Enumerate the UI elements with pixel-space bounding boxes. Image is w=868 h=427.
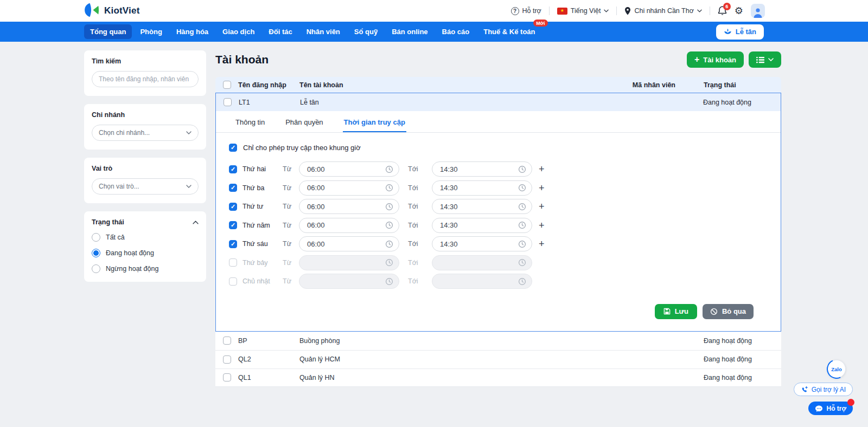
status-option-label: Ngừng hoạt động xyxy=(106,265,158,273)
table-header-row: Tên đăng nhập Tên tài khoản Mã nhân viên… xyxy=(215,77,781,93)
time-from-input[interactable] xyxy=(299,180,399,196)
time-from-input[interactable] xyxy=(299,218,399,233)
table-row[interactable]: BP Buồng phòng Đang hoạt động xyxy=(215,332,781,350)
row-checkbox[interactable] xyxy=(223,355,231,364)
time-from-field[interactable] xyxy=(307,221,372,229)
chat-bubble-icon xyxy=(815,405,823,412)
row-username: LT1 xyxy=(239,99,300,106)
zalo-widget[interactable]: Zalo xyxy=(827,360,846,378)
clock-icon xyxy=(385,277,393,286)
kiotviet-logo[interactable]: KiotViet xyxy=(84,3,140,20)
nav-item-phong[interactable]: Phòng xyxy=(134,24,168,39)
time-to-input xyxy=(432,274,532,289)
from-label: Từ xyxy=(283,240,299,248)
time-from-field[interactable] xyxy=(307,184,372,192)
nav-item-nhan-vien[interactable]: Nhân viên xyxy=(301,24,346,39)
branch-select[interactable]: Chọn chi nhánh... xyxy=(92,125,199,141)
status-option-inactive[interactable]: Ngừng hoạt động xyxy=(92,264,199,273)
support-chat-button[interactable]: Hỗ trợ xyxy=(808,402,853,415)
tab-thoi-gian-truy-cap[interactable]: Thời gian truy cập xyxy=(343,111,406,132)
status-option-all[interactable]: Tất cả xyxy=(92,233,199,242)
add-timeframe-icon[interactable]: + xyxy=(539,183,546,193)
row-checkbox[interactable] xyxy=(223,337,231,345)
day-label: Thứ bảy xyxy=(242,259,277,267)
time-to-input[interactable] xyxy=(432,236,532,251)
table-row[interactable]: LT1 Lễ tân Đang hoạt động xyxy=(216,93,781,111)
add-timeframe-icon[interactable]: + xyxy=(539,164,546,174)
day-label: Thứ tư xyxy=(242,203,277,210)
row-checkbox[interactable] xyxy=(223,373,231,381)
clock-icon xyxy=(518,203,526,211)
day-checkbox[interactable]: ✓ xyxy=(229,165,237,173)
status-option-active[interactable]: Đang hoạt động xyxy=(92,249,199,257)
main-header: Tài khoản + Tài khoản xyxy=(215,51,781,68)
time-from-input[interactable] xyxy=(299,236,399,251)
nav-item-giao-dich[interactable]: Giao dịch xyxy=(216,24,260,39)
add-timeframe-icon[interactable]: + xyxy=(539,239,546,249)
table-row[interactable]: QL2 Quản lý HCM Đang hoạt động xyxy=(215,350,781,368)
restrict-checkbox[interactable]: ✓ xyxy=(229,144,237,152)
status-option-label: Đang hoạt động xyxy=(106,249,154,257)
help-link[interactable]: ? Hỗ trợ xyxy=(511,7,541,15)
day-checkbox[interactable]: ✓ xyxy=(229,184,237,192)
day-checkbox[interactable]: ✓ xyxy=(229,240,237,248)
time-from-field[interactable] xyxy=(307,203,372,211)
row-checkbox[interactable] xyxy=(224,98,232,106)
from-label: Từ xyxy=(283,277,299,285)
time-from-input xyxy=(299,274,399,289)
tab-phan-quyen[interactable]: Phân quyền xyxy=(284,111,324,132)
nav-item-bao-cao[interactable]: Báo cáo xyxy=(436,24,476,39)
time-to-input[interactable] xyxy=(432,180,532,196)
time-to-field[interactable] xyxy=(440,203,505,211)
select-all-checkbox[interactable] xyxy=(223,81,231,89)
day-checkbox[interactable] xyxy=(229,258,237,267)
day-checkbox[interactable] xyxy=(229,277,237,286)
chevron-up-icon[interactable] xyxy=(193,221,199,224)
nav-item-ban-online[interactable]: Bán online xyxy=(386,24,433,39)
add-timeframe-icon[interactable]: + xyxy=(539,221,546,230)
nav-item-so-quy[interactable]: Sổ quỹ xyxy=(348,24,384,39)
time-to-input[interactable] xyxy=(432,218,532,233)
list-options-button[interactable] xyxy=(749,51,781,68)
nav-item-doi-tac[interactable]: Đối tác xyxy=(263,24,298,39)
time-from-field[interactable] xyxy=(307,165,372,173)
add-timeframe-icon[interactable]: + xyxy=(539,202,546,211)
time-from-input[interactable] xyxy=(299,161,399,177)
time-to-field[interactable] xyxy=(440,184,505,192)
user-avatar[interactable] xyxy=(751,4,765,18)
branch-selector[interactable]: Chi nhánh Cần Thơ xyxy=(624,7,701,15)
nav-item-thue-ke-toan[interactable]: Thuế & Kế toán Mới xyxy=(477,24,541,39)
divider xyxy=(710,7,710,15)
tab-thong-tin[interactable]: Thông tin xyxy=(234,111,266,132)
add-account-label: Tài khoản xyxy=(703,56,736,64)
nav-item-tong-quan[interactable]: Tổng quan xyxy=(84,24,132,39)
add-account-button[interactable]: + Tài khoản xyxy=(687,51,744,68)
chevron-down-icon xyxy=(186,131,192,134)
content-area: Tìm kiếm Chi nhánh Chọn chi nhánh... Vai… xyxy=(0,42,868,427)
language-selector[interactable]: ★ Tiếng Việt xyxy=(557,7,609,15)
role-select[interactable]: Chọn vai trò... xyxy=(92,178,199,195)
ai-assistant-call-button[interactable]: Gọi trợ lý AI xyxy=(794,383,853,396)
time-from-input xyxy=(299,255,399,270)
time-from-field[interactable] xyxy=(307,240,372,248)
time-to-field[interactable] xyxy=(440,240,505,248)
nav-item-hang-hoa[interactable]: Hàng hóa xyxy=(170,24,214,39)
day-checkbox[interactable]: ✓ xyxy=(229,221,237,229)
row-status: Đang hoạt động xyxy=(675,99,781,106)
time-to-field[interactable] xyxy=(440,221,505,229)
time-to-input[interactable] xyxy=(432,161,532,177)
restrict-access-row[interactable]: ✓ Chỉ cho phép truy cập theo khung giờ xyxy=(229,144,768,152)
save-button[interactable]: Lưu xyxy=(655,304,697,319)
time-from-input[interactable] xyxy=(299,199,399,214)
day-checkbox[interactable]: ✓ xyxy=(229,203,237,211)
list-icon xyxy=(756,56,764,63)
cancel-button[interactable]: Bỏ qua xyxy=(703,304,754,319)
notifications-button[interactable]: 6 xyxy=(718,6,727,16)
reception-button[interactable]: Lễ tân xyxy=(716,24,764,40)
time-to-field[interactable] xyxy=(440,165,505,173)
search-input[interactable] xyxy=(92,71,199,87)
radio-icon xyxy=(92,264,100,273)
table-row[interactable]: QL1 Quản lý HN Đang hoạt động xyxy=(215,368,781,387)
settings-gear-icon[interactable]: ⚙ xyxy=(735,6,743,16)
time-to-input[interactable] xyxy=(432,199,532,214)
